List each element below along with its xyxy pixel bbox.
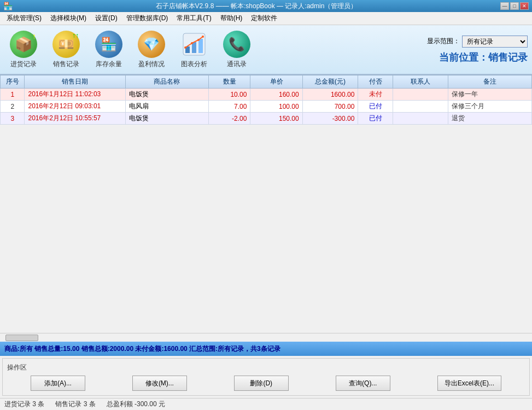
toolbar-inventory-btn[interactable]: 🏪 库存余量 [90, 30, 128, 69]
cell-contact [393, 113, 448, 125]
th-product: 商品名称 [125, 75, 208, 89]
operations-area: 操作区 添加(A)... 修改(M)... 删除(D) 查询(Q)... 导出E… [2, 358, 530, 396]
contacts-icon: 📞 [223, 30, 251, 58]
cell-product: 电风扇 [125, 101, 208, 113]
minimize-button[interactable]: — [500, 2, 509, 10]
cell-num: 1 [1, 89, 25, 101]
scrollbar-thumb[interactable] [5, 335, 38, 341]
ops-buttons: 添加(A)... 修改(M)... 删除(D) 查询(Q)... 导出Excel… [7, 376, 525, 391]
cell-price: 150.00 [250, 113, 302, 125]
chart-label: 图表分析 [181, 60, 207, 69]
inventory-icon: 🏪 [95, 30, 123, 58]
toolbar-right: 显示范围： 所有记录今日记录本周记录本月记录 当前位置：销售记录 [427, 36, 528, 64]
table-row[interactable]: 3 2016年2月12日 10:55:57 电饭煲 -2.00 150.00 -… [1, 113, 532, 125]
th-total: 总金额(元) [302, 75, 358, 89]
add-button[interactable]: 添加(A)... [31, 376, 85, 391]
toolbar-purchase-btn[interactable]: 📦 ↑ 进货记录 [4, 30, 43, 69]
title-bar-buttons: — □ ✕ [500, 2, 529, 10]
menu-customize[interactable]: 定制软件 [247, 13, 282, 24]
title-bar-icon: 🏪 [3, 2, 13, 10]
menu-module[interactable]: 选择模块(M) [46, 13, 91, 24]
cell-price: 160.00 [250, 89, 302, 101]
cell-paid: 已付 [358, 113, 393, 125]
contacts-label: 通讯录 [227, 60, 247, 69]
cell-num: 2 [1, 101, 25, 113]
toolbar: 📦 ↑ 进货记录 💴 ↑↑ 销售记录 🏪 库存余量 [0, 25, 532, 74]
cell-paid: 未付 [358, 89, 393, 101]
title-bar-title: 石子店铺帐本V2.9.8 —— 帐本:shopBook — 记录人:admin（… [13, 2, 500, 11]
bottom-status-bar: 进货记录 3 条 销售记录 3 条 总盈利额 -300.00 元 [0, 398, 532, 410]
svg-point-4 [184, 46, 186, 49]
menu-help[interactable]: 帮助(H) [216, 13, 247, 24]
svg-point-5 [191, 42, 193, 44]
display-range-row: 显示范围： 所有记录今日记录本周记录本月记录 [427, 36, 528, 48]
main-area: 序号 销售日期 商品名称 数量 单价 总金额(元) 付否 联系人 备注 1 20… [0, 74, 532, 410]
status-bar: 商品:所有 销售总量:15.00 销售总额:2000.00 未付金额:1600.… [0, 342, 532, 356]
th-paid: 付否 [358, 75, 393, 89]
chart-icon [180, 30, 208, 58]
table-row[interactable]: 1 2016年1月12日 11:02:03 电饭煲 10.00 160.00 1… [1, 89, 532, 101]
table-scroll-area[interactable]: 序号 销售日期 商品名称 数量 单价 总金额(元) 付否 联系人 备注 1 20… [0, 74, 532, 333]
export-button[interactable]: 导出Excel表(E)... [437, 376, 501, 391]
cell-contact [393, 101, 448, 113]
cell-note: 退货 [448, 113, 532, 125]
th-contact: 联系人 [393, 75, 448, 89]
bottom-status-sales: 销售记录 3 条 [55, 400, 95, 409]
cell-total: 1600.00 [302, 89, 358, 101]
sales-label: 销售记录 [53, 60, 79, 69]
close-button[interactable]: ✕ [520, 2, 529, 10]
sales-table: 序号 销售日期 商品名称 数量 单价 总金额(元) 付否 联系人 备注 1 20… [0, 75, 532, 125]
display-range-label: 显示范围： [427, 37, 460, 46]
maximize-button[interactable]: □ [510, 2, 519, 10]
cell-total: 700.00 [302, 101, 358, 113]
purchase-icon: 📦 ↑ [9, 30, 38, 58]
th-qty: 数量 [209, 75, 250, 89]
cell-note: 保修一年 [448, 89, 532, 101]
cell-date: 2016年2月12日 10:55:57 [25, 113, 125, 125]
toolbar-profit-btn[interactable]: 💎 盈利情况 [132, 30, 171, 69]
svg-point-6 [197, 39, 200, 41]
menu-system[interactable]: 系统管理(S) [2, 13, 46, 24]
cell-qty: 10.00 [209, 89, 250, 101]
cell-num: 3 [1, 113, 25, 125]
cell-date: 2016年1月12日 11:02:03 [25, 89, 125, 101]
th-note: 备注 [448, 75, 532, 89]
th-date: 销售日期 [25, 75, 125, 89]
cell-product: 电饭煲 [125, 89, 208, 101]
ops-title: 操作区 [7, 363, 525, 372]
cell-total: -300.00 [302, 113, 358, 125]
cell-paid: 已付 [358, 101, 393, 113]
profit-icon: 💎 [137, 30, 166, 58]
profit-label: 盈利情况 [138, 60, 165, 69]
cell-qty: -2.00 [209, 113, 250, 125]
horizontal-scrollbar[interactable] [0, 333, 532, 342]
bottom-status-purchases: 进货记录 3 条 [4, 400, 44, 409]
delete-button[interactable]: 删除(D) [234, 376, 289, 391]
display-range-select[interactable]: 所有记录今日记录本周记录本月记录 [462, 36, 528, 48]
menu-settings[interactable]: 设置(D) [91, 13, 122, 24]
toolbar-buttons: 📦 ↑ 进货记录 💴 ↑↑ 销售记录 🏪 库存余量 [4, 30, 256, 69]
svg-point-7 [202, 36, 204, 38]
cell-product: 电饭煲 [125, 113, 208, 125]
bottom-status-profit: 总盈利额 -300.00 元 [107, 400, 165, 409]
table-row[interactable]: 2 2016年2月12日 09:03:01 电风扇 7.00 100.00 70… [1, 101, 532, 113]
svg-rect-3 [198, 39, 203, 53]
menu-database[interactable]: 管理数据库(D) [122, 13, 173, 24]
menu-bar: 系统管理(S) 选择模块(M) 设置(D) 管理数据库(D) 常用工具(T) 帮… [0, 12, 532, 25]
query-button[interactable]: 查询(Q)... [336, 376, 390, 391]
cell-date: 2016年2月12日 09:03:01 [25, 101, 125, 113]
edit-button[interactable]: 修改(M)... [132, 376, 187, 391]
toolbar-contacts-btn[interactable]: 📞 通讯录 [218, 30, 256, 69]
toolbar-chart-btn[interactable]: 图表分析 [175, 30, 213, 69]
th-price: 单价 [250, 75, 302, 89]
current-location: 当前位置：销售记录 [439, 51, 528, 64]
menu-tools[interactable]: 常用工具(T) [172, 13, 215, 24]
th-num: 序号 [1, 75, 25, 89]
toolbar-sales-btn[interactable]: 💴 ↑↑ 销售记录 [47, 30, 85, 69]
cell-contact [393, 89, 448, 101]
purchase-label: 进货记录 [10, 60, 37, 69]
cell-qty: 7.00 [209, 101, 250, 113]
inventory-label: 库存余量 [96, 60, 122, 69]
cell-price: 100.00 [250, 101, 302, 113]
title-bar: 🏪 石子店铺帐本V2.9.8 —— 帐本:shopBook — 记录人:admi… [0, 0, 532, 12]
